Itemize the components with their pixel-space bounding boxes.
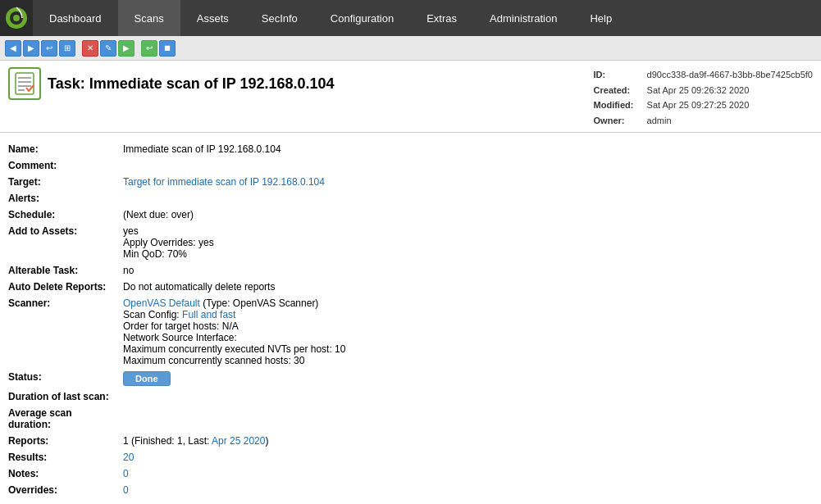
name-label: Name: — [8, 143, 123, 155]
id-value: d90cc338-da9f-4667-b3bb-8be7425cb5f0 — [647, 67, 813, 83]
apply-overrides: Apply Overrides: yes — [123, 237, 813, 248]
task-icon — [8, 67, 41, 100]
refresh-button[interactable]: ↩ — [41, 40, 57, 57]
scanner-type: (Type: OpenVAS Scanner) — [203, 297, 318, 309]
min-qod: Min QoD: 70% — [123, 248, 813, 260]
name-row: Name: Immediate scan of IP 192.168.0.104 — [8, 141, 813, 157]
comment-row: Comment: — [8, 157, 813, 174]
add-to-assets-label: Add to Assets: — [8, 225, 123, 237]
start-button[interactable]: ▶ — [118, 40, 135, 57]
overrides-value: 0 — [123, 484, 813, 496]
overrides-label: Overrides: — [8, 484, 123, 496]
max-hosts: Maximum concurrently scanned hosts: 30 — [123, 355, 813, 366]
target-label: Target: — [8, 176, 123, 188]
scanner-label: Scanner: — [8, 297, 123, 309]
results-link[interactable]: 20 — [123, 452, 134, 463]
reports-link[interactable]: Apr 25 2020 — [212, 435, 265, 447]
stop-button[interactable]: ⏹ — [159, 40, 176, 57]
alterable-value: no — [123, 265, 813, 276]
page-header-left: Task: Immediate scan of IP 192.168.0.104 — [8, 67, 594, 100]
overrides-row: Overrides: 0 — [8, 482, 813, 498]
status-value: Done — [123, 371, 813, 386]
duration-row: Duration of last scan: — [8, 388, 813, 405]
results-value: 20 — [123, 452, 813, 463]
svg-point-2 — [13, 15, 20, 21]
nav-help[interactable]: Help — [573, 0, 628, 36]
comment-label: Comment: — [8, 160, 123, 171]
add-to-assets-value: yes Apply Overrides: yes Min QoD: 70% — [123, 225, 813, 260]
list-button[interactable]: ⊞ — [59, 40, 75, 57]
page-header: Task: Immediate scan of IP 192.168.0.104… — [0, 61, 821, 133]
detail-table: Name: Immediate scan of IP 192.168.0.104… — [0, 133, 821, 504]
nav-scans[interactable]: Scans — [118, 0, 180, 36]
reports-value: 1 (Finished: 1, Last: Apr 25 2020) — [123, 435, 813, 447]
alterable-label: Alterable Task: — [8, 265, 123, 276]
notes-label: Notes: — [8, 468, 123, 479]
delete-button[interactable]: ✕ — [82, 40, 98, 57]
id-block: ID: d90cc338-da9f-4667-b3bb-8be7425cb5f0… — [594, 67, 813, 129]
notes-row: Notes: 0 — [8, 465, 813, 482]
reports-row: Reports: 1 (Finished: 1, Last: Apr 25 20… — [8, 433, 813, 449]
created-value: Sat Apr 25 09:26:32 2020 — [647, 83, 750, 98]
back-button[interactable]: ◀ — [5, 40, 21, 57]
alerts-row: Alerts: — [8, 190, 813, 207]
top-navigation: Dashboard Scans Assets SecInfo Configura… — [0, 0, 821, 36]
scan-config-link[interactable]: Full and fast — [182, 309, 235, 320]
status-label: Status: — [8, 371, 123, 383]
owner-value: admin — [647, 113, 672, 129]
auto-delete-label: Auto Delete Reports: — [8, 281, 123, 293]
nav-items: Dashboard Scans Assets SecInfo Configura… — [33, 0, 821, 36]
add-to-assets-yes: yes — [123, 225, 813, 237]
notes-link[interactable]: 0 — [123, 468, 129, 479]
results-label: Results: — [8, 452, 123, 463]
network-source: Network Source Interface: — [123, 332, 813, 343]
max-nvts: Maximum concurrently executed NVTs per h… — [123, 343, 813, 355]
nav-administration[interactable]: Administration — [473, 0, 573, 36]
order-hosts: Order for target hosts: N/A — [123, 320, 813, 332]
logo — [0, 0, 33, 36]
add-to-assets-row: Add to Assets: yes Apply Overrides: yes … — [8, 223, 813, 262]
nav-secinfo[interactable]: SecInfo — [245, 0, 314, 36]
owner-label: Owner: — [594, 113, 647, 129]
nav-configuration[interactable]: Configuration — [314, 0, 410, 36]
scanner-row: Scanner: OpenVAS Default (Type: OpenVAS … — [8, 295, 813, 369]
page-title: Task: Immediate scan of IP 192.168.0.104 — [48, 75, 335, 93]
created-label: Created: — [594, 83, 647, 98]
reports-close: ) — [265, 435, 268, 447]
schedule-value: (Next due: over) — [123, 209, 813, 220]
scanner-link[interactable]: OpenVAS Default — [123, 297, 200, 309]
edit-button[interactable]: ✎ — [100, 40, 116, 57]
id-label: ID: — [594, 67, 647, 83]
scanner-value: OpenVAS Default (Type: OpenVAS Scanner) … — [123, 297, 813, 366]
modified-label: Modified: — [594, 98, 647, 113]
forward-button[interactable]: ▶ — [23, 40, 39, 57]
overrides-link[interactable]: 0 — [123, 484, 129, 496]
schedule-row: Schedule: (Next due: over) — [8, 207, 813, 223]
svg-rect-3 — [16, 73, 34, 94]
avg-duration-row: Average scan duration: — [8, 405, 813, 433]
nav-extras[interactable]: Extras — [410, 0, 473, 36]
page-header-right: ID: d90cc338-da9f-4667-b3bb-8be7425cb5f0… — [594, 67, 813, 129]
nav-assets[interactable]: Assets — [180, 0, 245, 36]
nav-dashboard[interactable]: Dashboard — [33, 0, 118, 36]
alerts-label: Alerts: — [8, 193, 123, 204]
alterable-row: Alterable Task: no — [8, 262, 813, 279]
target-value: Target for immediate scan of IP 192.168.… — [123, 176, 813, 188]
status-row: Status: Done — [8, 369, 813, 388]
auto-delete-row: Auto Delete Reports: Do not automaticall… — [8, 279, 813, 295]
scan-config-prefix: Scan Config: — [123, 309, 182, 320]
duration-label: Duration of last scan: — [8, 391, 123, 402]
reports-text: 1 (Finished: 1, Last: — [123, 435, 212, 447]
logo-icon — [4, 6, 29, 30]
auto-delete-value: Do not automatically delete reports — [123, 281, 813, 293]
target-link[interactable]: Target for immediate scan of IP 192.168.… — [123, 176, 325, 188]
status-badge: Done — [123, 371, 171, 386]
reports-label: Reports: — [8, 435, 123, 447]
resume-button[interactable]: ↩ — [141, 40, 157, 57]
results-row: Results: 20 — [8, 449, 813, 465]
notes-value: 0 — [123, 468, 813, 479]
schedule-label: Schedule: — [8, 209, 123, 220]
toolbar: ◀ ▶ ↩ ⊞ ✕ ✎ ▶ ↩ ⏹ — [0, 36, 821, 61]
target-row: Target: Target for immediate scan of IP … — [8, 174, 813, 190]
task-icon-svg — [12, 71, 37, 96]
